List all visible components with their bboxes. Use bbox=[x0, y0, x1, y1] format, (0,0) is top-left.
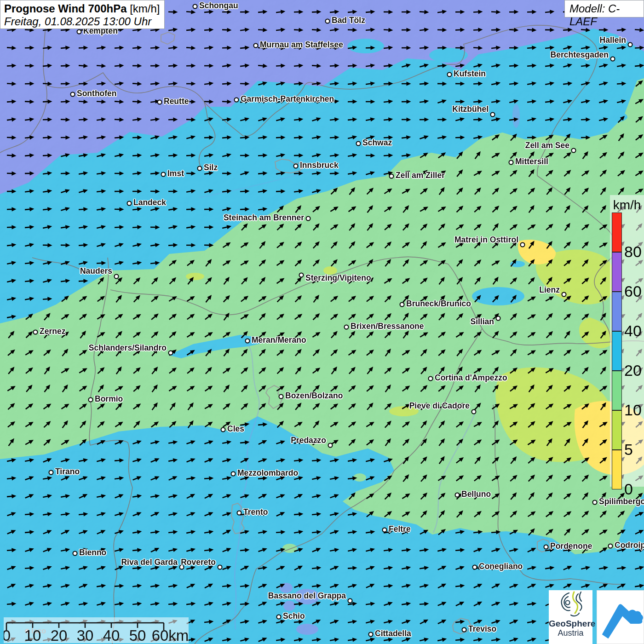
model-label: Modell: C-LAEF bbox=[564, 0, 644, 17]
legend-tick-label: 60 bbox=[624, 283, 642, 299]
weather-map-canvas[interactable] bbox=[0, 0, 644, 644]
geosphere-logo-text: GeoSphere bbox=[549, 619, 592, 629]
scale-tick-label: 10 bbox=[24, 627, 41, 643]
legend-band-5 bbox=[612, 410, 622, 450]
mountain-cloud-icon bbox=[597, 591, 644, 644]
map-title: Prognose Wind 700hPa [km/h] bbox=[4, 2, 161, 15]
wind-forecast-map: SchongauBad TölzKemptenMurnau am Staffel… bbox=[0, 0, 644, 644]
title-panel: Prognose Wind 700hPa [km/h] Freitag, 01.… bbox=[0, 0, 165, 29]
scale-tick-label: 30 bbox=[77, 627, 94, 643]
legend-band-0 bbox=[612, 450, 622, 489]
legend-unit-label: km/h bbox=[610, 198, 644, 213]
scale-tick-label: 50 bbox=[129, 627, 146, 643]
terrain-relief bbox=[0, 0, 644, 644]
map-title-unit: [km/h] bbox=[130, 2, 160, 15]
scale-tick-label: 60km bbox=[152, 627, 189, 643]
geosphere-austria-logo: GeoSphere Austria bbox=[549, 590, 592, 644]
legend-tick-label: 0 bbox=[624, 481, 633, 497]
legend-tick-label: 5 bbox=[624, 442, 633, 457]
scale-tick-label: 20 bbox=[51, 627, 68, 643]
legend-band-40 bbox=[612, 292, 622, 331]
scale-tick-label: 40 bbox=[103, 627, 120, 643]
legend-band-60 bbox=[612, 252, 622, 292]
legend-tick-label: 80 bbox=[624, 244, 642, 259]
geosphere-contour-icon bbox=[557, 590, 585, 617]
legend-tick-label: 40 bbox=[624, 323, 642, 339]
legend-tick-label: 20 bbox=[624, 362, 642, 378]
legend-band-10 bbox=[612, 371, 622, 410]
partner-logo bbox=[597, 590, 644, 644]
scale-bar: 0102030405060km bbox=[4, 617, 189, 643]
geosphere-logo-subtext: Austria bbox=[549, 629, 592, 638]
scale-tick-label: 0 bbox=[4, 627, 11, 643]
legend-band-80 bbox=[612, 213, 622, 252]
wind-speed-legend: km/h 806040201050 bbox=[610, 195, 644, 487]
legend-tick-label: 10 bbox=[624, 402, 642, 418]
forecast-datetime: Freitag, 01.08.2025 13:00 Uhr bbox=[4, 15, 161, 28]
legend-band-20 bbox=[612, 331, 622, 371]
